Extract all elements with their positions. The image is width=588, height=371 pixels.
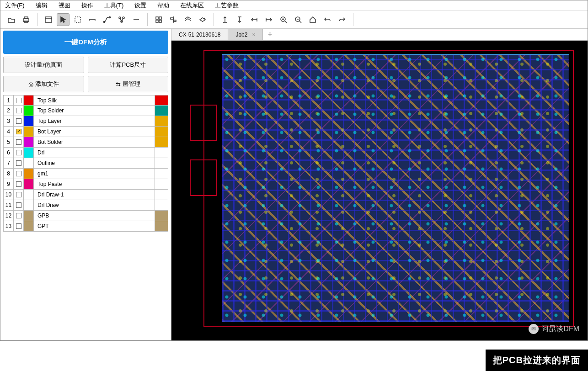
layer-checkbox[interactable] [14, 211, 24, 221]
pcb-viewport[interactable]: ✉ 阿昆谈DFM [171, 41, 588, 340]
layer-row[interactable]: 10Drl Draw-1 [3, 190, 168, 200]
anchor-up-icon[interactable] [219, 13, 231, 26]
layer-index: 7 [4, 158, 14, 168]
add-file-button[interactable]: ◎添加文件 [3, 76, 84, 92]
layer-name: Top Layer [34, 116, 155, 126]
svg-line-32 [299, 21, 301, 23]
pcb-board [222, 54, 569, 322]
layer-checkbox[interactable] [14, 200, 24, 210]
layer-row[interactable]: 11Drl Draw [3, 200, 168, 211]
anchor-right-icon[interactable] [262, 13, 275, 26]
net-icon[interactable] [115, 13, 128, 26]
layer-checkbox[interactable] [14, 137, 24, 147]
anchor-down-icon[interactable] [233, 13, 246, 26]
menu-item[interactable]: 在线库区 [178, 0, 206, 11]
dfm-analyze-button[interactable]: 一键DFM分析 [3, 31, 168, 54]
layer-color-swatch[interactable] [24, 190, 34, 200]
layer-row[interactable]: 2Top Solder [3, 106, 168, 116]
window-icon[interactable] [42, 13, 55, 26]
zoom-in-icon[interactable] [277, 13, 290, 26]
measure-icon[interactable] [86, 13, 99, 26]
document-tab[interactable]: CX-51-20130618 [171, 29, 228, 40]
layer-checkbox[interactable] [14, 148, 24, 158]
layer-checkbox[interactable] [14, 190, 24, 200]
layer-color-swatch[interactable] [24, 158, 34, 168]
menu-item[interactable]: 设置 [133, 0, 148, 11]
layer-row[interactable]: 6Drl [3, 148, 168, 158]
layer-tail-swatch [155, 148, 168, 158]
zoom-out-icon[interactable] [292, 13, 305, 26]
layer-color-swatch[interactable] [24, 116, 34, 126]
layer-row[interactable]: 13GPT [3, 221, 168, 232]
layer-color-swatch[interactable] [24, 137, 34, 147]
layer-checkbox[interactable] [14, 169, 24, 179]
layer-tail-swatch [155, 179, 168, 189]
layer-row[interactable]: 3Top Layer [3, 116, 168, 127]
layer-checkbox[interactable] [14, 158, 24, 168]
menu-item[interactable]: 工具(T) [102, 0, 126, 11]
layer-index: 3 [4, 116, 14, 126]
layer-color-swatch[interactable] [24, 200, 34, 210]
add-tab-button[interactable]: + [263, 29, 277, 40]
menu-item[interactable]: 视图 [57, 0, 72, 11]
select-rect-icon[interactable] [71, 13, 84, 26]
layer-row[interactable]: 5Bot Solder [3, 137, 168, 148]
layer-checkbox[interactable] [14, 221, 24, 231]
layer-color-swatch[interactable] [24, 169, 34, 179]
layer-up-icon[interactable] [182, 13, 194, 26]
layer-color-swatch[interactable] [24, 106, 34, 116]
layer-index: 4 [4, 127, 14, 137]
layer-row[interactable]: 9Top Paste [3, 179, 168, 190]
layer-name: Top Solder [34, 106, 155, 116]
layer-color-swatch[interactable] [24, 211, 34, 221]
layer-name: Bot Layer [34, 127, 155, 137]
layer-row[interactable]: 4✓Bot Layer [3, 127, 168, 137]
menu-item[interactable]: 编辑 [34, 0, 49, 11]
layer-color-swatch[interactable] [24, 95, 34, 105]
menu-item[interactable]: 帮助 [155, 0, 171, 11]
home-icon[interactable] [306, 13, 319, 26]
layer-checkbox[interactable] [14, 106, 24, 116]
document-tab[interactable]: Job2× [228, 29, 263, 40]
minus-icon[interactable] [130, 13, 143, 26]
layer-index: 12 [4, 211, 14, 221]
svg-rect-1 [24, 17, 28, 19]
layer-checkbox[interactable]: ✓ [14, 127, 24, 137]
layer-name: Bot Solder [34, 137, 155, 147]
route-icon[interactable] [101, 13, 113, 26]
design-sim-button[interactable]: 设计量/仿真面 [3, 57, 84, 73]
menu-item[interactable]: 操作 [80, 0, 95, 11]
layer-manage-button[interactable]: ⇆层管理 [88, 76, 169, 92]
cursor-icon[interactable] [57, 13, 69, 26]
layer-color-swatch[interactable] [24, 179, 34, 189]
layer-tail-swatch [155, 211, 168, 221]
open-icon[interactable] [5, 13, 18, 26]
layer-row[interactable]: 12GPB [3, 211, 168, 221]
calc-size-button[interactable]: 计算PCB尺寸 [88, 57, 169, 73]
align-icon[interactable] [167, 13, 180, 26]
layer-row[interactable]: 7Outline [3, 158, 168, 169]
menu-item[interactable]: 文件(F) [3, 0, 27, 11]
layer-row[interactable]: 8gm1 [3, 169, 168, 179]
layer-color-swatch[interactable] [24, 127, 34, 137]
anchor-left-icon[interactable] [248, 13, 261, 26]
close-icon[interactable]: × [252, 32, 255, 38]
layer-move-icon[interactable] [196, 13, 209, 26]
layer-row[interactable]: 1Top Silk [3, 95, 168, 106]
redo-icon[interactable] [336, 13, 348, 26]
layer-index: 5 [4, 137, 14, 147]
layer-checkbox[interactable] [14, 179, 24, 189]
layer-checkbox[interactable] [14, 95, 24, 105]
toolbar [0, 11, 588, 29]
layer-checkbox[interactable] [14, 116, 24, 126]
print-icon[interactable] [20, 13, 32, 26]
layer-color-swatch[interactable] [24, 148, 34, 158]
connector-outline [190, 159, 217, 196]
layer-name: Drl [34, 148, 155, 158]
undo-icon[interactable] [321, 13, 334, 26]
svg-rect-13 [159, 17, 161, 19]
grid-icon[interactable] [152, 13, 165, 26]
menu-item[interactable]: 工艺参数 [213, 0, 241, 11]
layer-color-swatch[interactable] [24, 221, 34, 231]
layer-list: 1Top Silk2Top Solder3Top Layer4✓Bot Laye… [3, 95, 168, 232]
